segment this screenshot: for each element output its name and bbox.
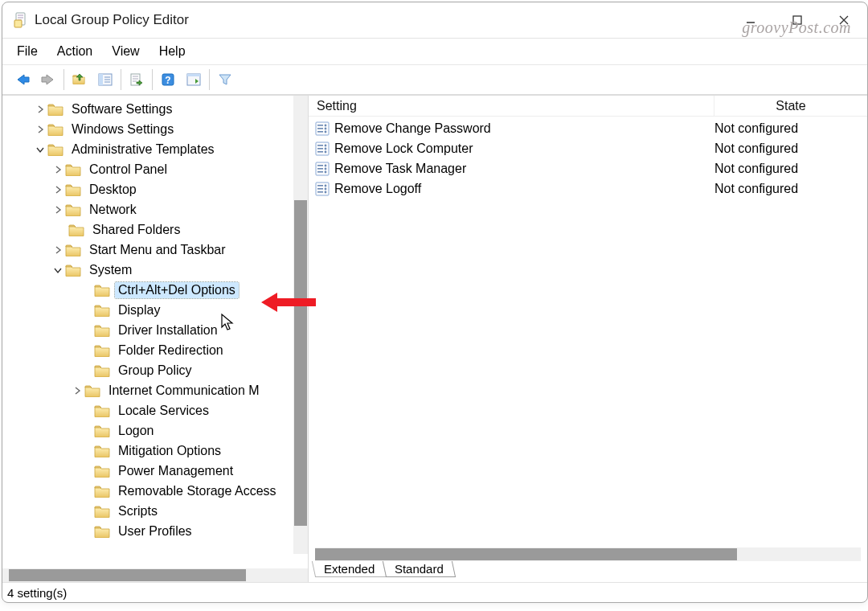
tree-item-folder-redirection[interactable]: Folder Redirection [4, 340, 308, 360]
tree-label: Windows Settings [68, 121, 177, 137]
setting-state: Not configured [711, 162, 867, 176]
chevron-right-icon[interactable] [52, 204, 63, 215]
show-hide-tree-button[interactable] [93, 68, 117, 91]
setting-icon [315, 182, 330, 196]
setting-name: Remove Task Manager [334, 162, 711, 176]
toolbar: ? [2, 65, 867, 95]
column-header-state[interactable]: State [714, 96, 867, 117]
options-button[interactable] [182, 68, 206, 91]
forward-button[interactable] [36, 68, 60, 91]
export-button[interactable] [125, 68, 149, 91]
tree-item-desktop[interactable]: Desktop [4, 179, 308, 199]
folder-icon [94, 485, 110, 498]
chevron-right-icon[interactable] [52, 184, 63, 195]
tab-extended[interactable]: Extended [312, 561, 387, 577]
up-button[interactable] [68, 68, 92, 91]
folder-icon [94, 424, 110, 437]
tree-label: Display [115, 302, 163, 318]
setting-state: Not configured [711, 182, 867, 196]
folder-icon [65, 163, 81, 176]
folder-icon [94, 404, 110, 417]
tree-item-display[interactable]: Display [4, 300, 308, 320]
minimize-button[interactable] [727, 2, 774, 38]
tree-label: Driver Installation [115, 322, 221, 338]
tree-label: Folder Redirection [115, 342, 227, 359]
tree-item-mitigation-options[interactable]: Mitigation Options [4, 441, 308, 461]
tree-item-internet-comm[interactable]: Internet Communication M [4, 380, 308, 400]
tree-item-admin-templates[interactable]: Administrative Templates [4, 139, 308, 159]
menu-file[interactable]: File [17, 44, 38, 59]
folder-icon [65, 203, 81, 216]
chevron-right-icon[interactable] [35, 104, 46, 115]
tree-vertical-scrollbar[interactable] [293, 96, 308, 554]
column-header-setting[interactable]: Setting [309, 96, 714, 117]
tree-label: Desktop [86, 182, 140, 198]
chevron-right-icon[interactable] [52, 164, 63, 175]
menu-action[interactable]: Action [57, 44, 92, 59]
navigation-tree[interactable]: Software Settings Windows Settings Admin… [2, 99, 308, 541]
tree-label: User Profiles [115, 523, 195, 539]
tree-item-start-menu[interactable]: Start Menu and Taskbar [4, 240, 308, 260]
list-item[interactable]: Remove LogoffNot configured [309, 178, 867, 199]
tree-horizontal-scrollbar[interactable] [2, 568, 308, 582]
tree-item-software-settings[interactable]: Software Settings [4, 99, 308, 119]
tree-item-shared-folders[interactable]: Shared Folders [4, 219, 308, 240]
chevron-right-icon[interactable] [35, 124, 46, 135]
tab-standard[interactable]: Standard [383, 561, 456, 577]
menu-view[interactable]: View [112, 44, 139, 59]
settings-list[interactable]: Remove Change PasswordNot configured Rem… [309, 117, 867, 547]
tree-item-scripts[interactable]: Scripts [4, 501, 308, 521]
tree-item-user-profiles[interactable]: User Profiles [4, 521, 308, 541]
tree-label: Shared Folders [89, 222, 183, 238]
chevron-right-icon[interactable] [52, 244, 63, 256]
tree-item-locale-services[interactable]: Locale Services [4, 400, 308, 420]
tree-item-ctrl-alt-del[interactable]: Ctrl+Alt+Del Options [4, 280, 308, 300]
menu-help[interactable]: Help [159, 44, 186, 59]
setting-icon [315, 121, 330, 136]
tree-item-windows-settings[interactable]: Windows Settings [4, 119, 308, 139]
tree-item-power-management[interactable]: Power Management [4, 461, 308, 481]
chevron-right-icon[interactable] [72, 385, 83, 396]
maximize-button[interactable] [774, 2, 821, 38]
tree-item-driver-installation[interactable]: Driver Installation [4, 320, 308, 340]
tree-label: Ctrl+Alt+Del Options [115, 282, 239, 298]
folder-icon [47, 123, 63, 136]
list-item[interactable]: Remove Task ManagerNot configured [309, 158, 867, 178]
list-item[interactable]: Remove Change PasswordNot configured [309, 118, 867, 138]
svg-rect-9 [793, 16, 801, 24]
tree-label: Group Policy [115, 363, 195, 379]
tab-label: Extended [324, 562, 375, 576]
tree-item-system[interactable]: System [4, 260, 308, 280]
tree-item-removable-storage[interactable]: Removable Storage Access [4, 481, 308, 501]
folder-icon [94, 324, 110, 337]
titlebar: Local Group Policy Editor [2, 2, 867, 39]
tree-item-logon[interactable]: Logon [4, 420, 308, 441]
folder-icon [94, 364, 110, 377]
window-controls [727, 2, 867, 38]
folder-icon [94, 284, 110, 297]
tree-item-group-policy[interactable]: Group Policy [4, 360, 308, 380]
folder-icon [47, 103, 63, 116]
list-horizontal-scrollbar[interactable] [315, 547, 861, 561]
status-text: 4 setting(s) [7, 586, 67, 600]
help-button[interactable]: ? [156, 68, 180, 91]
tree-label: Software Settings [68, 101, 175, 117]
tree-label: Logon [115, 423, 158, 439]
list-item[interactable]: Remove Lock ComputerNot configured [309, 138, 867, 158]
tree-label: Scripts [115, 503, 161, 519]
svg-rect-11 [99, 74, 103, 85]
folder-icon [94, 304, 110, 317]
filter-button[interactable] [213, 68, 237, 91]
tree-label: Internet Communication M [105, 383, 263, 399]
back-button[interactable] [10, 68, 35, 91]
setting-name: Remove Change Password [334, 121, 711, 136]
chevron-down-icon[interactable] [52, 264, 63, 276]
tree-item-control-panel[interactable]: Control Panel [4, 159, 308, 179]
window-title: Local Group Policy Editor [35, 12, 189, 28]
tree-item-network[interactable]: Network [4, 199, 308, 219]
folder-icon [65, 183, 81, 196]
close-button[interactable] [821, 2, 867, 38]
statusbar: 4 setting(s) [2, 582, 867, 602]
list-header: Setting State [309, 96, 867, 117]
chevron-down-icon[interactable] [35, 144, 46, 155]
